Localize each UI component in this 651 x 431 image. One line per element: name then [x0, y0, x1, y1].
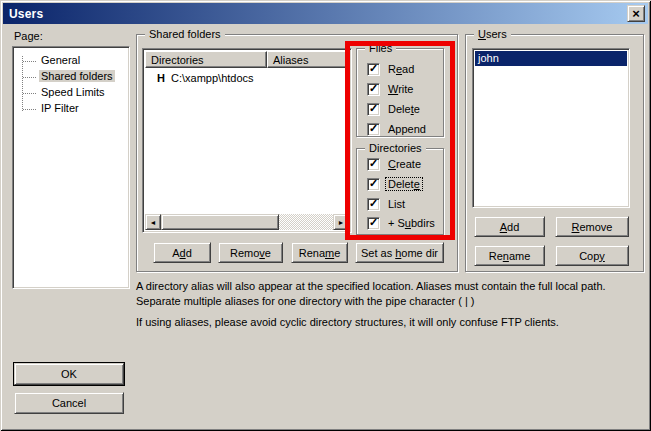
directories-group: Directories ✓ Create ✓ Delete ✓ List ✓ +…: [356, 148, 444, 235]
horizontal-scrollbar[interactable]: ◄ ►: [145, 214, 349, 230]
tree-item-ip-filter[interactable]: IP Filter: [13, 101, 129, 117]
check-icon: ✓: [369, 158, 378, 169]
write-checkbox[interactable]: ✓: [367, 83, 380, 96]
directory-path: C:\xampp\htdocs: [171, 72, 254, 84]
page-tree: General Shared folders Speed Limits IP F…: [12, 46, 130, 289]
add-user-button[interactable]: Add: [474, 216, 545, 237]
files-delete-option[interactable]: ✓ Delete: [367, 101, 422, 117]
delete-files-checkbox[interactable]: ✓: [367, 103, 380, 116]
subdirs-label: + Subdirs: [386, 217, 437, 229]
check-icon: ✓: [369, 123, 378, 134]
users-list: john: [472, 48, 630, 208]
files-group-label: Files: [365, 42, 396, 54]
cyclic-note: If using aliases, please avoid cyclic di…: [136, 315, 644, 330]
set-as-home-dir-button[interactable]: Set as home dir: [355, 242, 444, 263]
check-icon: ✓: [369, 198, 378, 209]
tree-item-speed-limits[interactable]: Speed Limits: [13, 85, 129, 101]
rename-folder-button[interactable]: Rename: [291, 242, 348, 263]
delete-dirs-label: Delete: [386, 178, 422, 190]
title-bar[interactable]: Users ×: [3, 3, 648, 24]
scroll-left-icon: ◄: [150, 219, 157, 226]
dirs-list-option[interactable]: ✓ List: [367, 196, 407, 212]
remove-user-button[interactable]: Remove: [555, 216, 629, 237]
create-checkbox[interactable]: ✓: [367, 158, 380, 171]
check-icon: ✓: [369, 103, 378, 114]
copy-user-button[interactable]: Copy: [555, 245, 629, 266]
files-group: Files ✓ Read ✓ Write ✓ Delete ✓ Append: [356, 48, 444, 137]
tree-item-shared-folders[interactable]: Shared folders: [13, 69, 129, 85]
users-dialog: Users × Page: General Shared folders Spe…: [0, 0, 651, 431]
page-label: Page:: [14, 30, 43, 42]
check-icon: ✓: [369, 83, 378, 94]
list-label: List: [386, 198, 407, 210]
append-label: Append: [386, 123, 428, 135]
read-label: Read: [386, 63, 416, 75]
list-checkbox[interactable]: ✓: [367, 198, 380, 211]
delete-files-label: Delete: [386, 103, 422, 115]
directories-group-label: Directories: [365, 142, 426, 154]
notes-block: A directory alias will also appear at th…: [136, 279, 644, 330]
scroll-right-button[interactable]: ►: [333, 214, 349, 230]
check-icon: ✓: [369, 63, 378, 74]
ok-button[interactable]: OK: [14, 363, 124, 385]
column-header-aliases[interactable]: Aliases: [267, 51, 349, 68]
home-dir-marker: H: [157, 72, 171, 84]
directory-row[interactable]: H C:\xampp\htdocs: [145, 70, 349, 86]
scroll-right-icon: ►: [338, 219, 345, 226]
scrollbar-thumb[interactable]: [161, 214, 279, 230]
dirs-create-option[interactable]: ✓ Create: [367, 156, 423, 172]
remove-folder-button[interactable]: Remove: [218, 242, 283, 263]
dirs-subdirs-option[interactable]: ✓ + Subdirs: [367, 215, 437, 231]
check-icon: ✓: [369, 217, 378, 228]
delete-dirs-checkbox[interactable]: ✓: [367, 178, 380, 191]
read-checkbox[interactable]: ✓: [367, 63, 380, 76]
close-icon: ×: [632, 7, 640, 20]
shared-folders-group-label: Shared folders: [145, 28, 225, 40]
dirs-delete-option[interactable]: ✓ Delete: [367, 176, 422, 192]
files-append-option[interactable]: ✓ Append: [367, 121, 428, 137]
create-label: Create: [386, 158, 423, 170]
subdirs-checkbox[interactable]: ✓: [367, 217, 380, 230]
files-read-option[interactable]: ✓ Read: [367, 61, 416, 77]
user-row-john[interactable]: john: [475, 51, 627, 66]
cancel-button[interactable]: Cancel: [14, 392, 124, 414]
scroll-left-button[interactable]: ◄: [145, 214, 161, 230]
rename-user-button[interactable]: Rename: [474, 245, 545, 266]
alias-note: A directory alias will also appear at th…: [136, 279, 644, 309]
add-folder-button[interactable]: Add: [153, 242, 211, 263]
users-group-label: Users: [474, 28, 511, 40]
column-header-directories[interactable]: Directories: [145, 51, 267, 68]
close-button[interactable]: ×: [627, 5, 645, 22]
check-icon: ✓: [369, 178, 378, 189]
write-label: Write: [386, 83, 415, 95]
tree-item-general[interactable]: General: [13, 53, 129, 69]
append-checkbox[interactable]: ✓: [367, 123, 380, 136]
window-title: Users: [3, 7, 43, 21]
directories-list-header: Directories Aliases: [145, 51, 349, 68]
files-write-option[interactable]: ✓ Write: [367, 81, 415, 97]
directories-list: Directories Aliases H C:\xampp\htdocs ◄ …: [142, 48, 352, 233]
